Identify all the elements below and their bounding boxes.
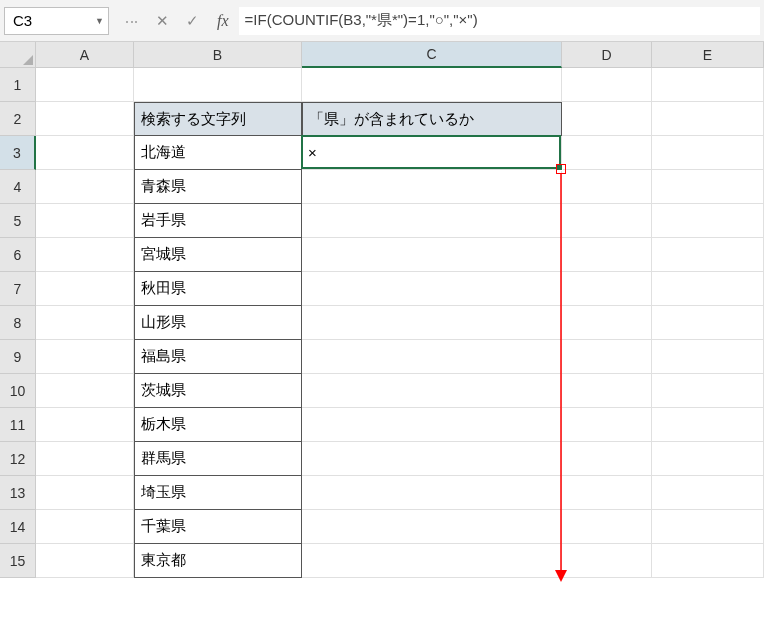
- fx-icon[interactable]: fx: [217, 12, 229, 30]
- cell-A9[interactable]: [36, 340, 134, 374]
- col-header-E[interactable]: E: [652, 42, 764, 68]
- cell-C8[interactable]: [302, 306, 562, 340]
- row-header-1[interactable]: 1: [0, 68, 36, 102]
- cell-E8[interactable]: [652, 306, 764, 340]
- cell-D5[interactable]: [562, 204, 652, 238]
- cell-C1[interactable]: [302, 68, 562, 102]
- col-header-A[interactable]: A: [36, 42, 134, 68]
- cell-E10[interactable]: [652, 374, 764, 408]
- cell-A13[interactable]: [36, 476, 134, 510]
- cell-B10[interactable]: 茨城県: [134, 374, 302, 408]
- cell-C5[interactable]: [302, 204, 562, 238]
- cell-A4[interactable]: [36, 170, 134, 204]
- cell-A2[interactable]: [36, 102, 134, 136]
- cell-C3[interactable]: ×: [302, 136, 562, 170]
- cell-C7[interactable]: [302, 272, 562, 306]
- cell-B13[interactable]: 埼玉県: [134, 476, 302, 510]
- cell-C2[interactable]: 「県」が含まれているか: [302, 102, 562, 136]
- cell-B7[interactable]: 秋田県: [134, 272, 302, 306]
- cell-D9[interactable]: [562, 340, 652, 374]
- cell-C4[interactable]: [302, 170, 562, 204]
- row-header-8[interactable]: 8: [0, 306, 36, 340]
- cell-E5[interactable]: [652, 204, 764, 238]
- row-header-2[interactable]: 2: [0, 102, 36, 136]
- cell-D13[interactable]: [562, 476, 652, 510]
- col-header-C[interactable]: C: [302, 42, 562, 68]
- cell-E2[interactable]: [652, 102, 764, 136]
- cell-C14[interactable]: [302, 510, 562, 544]
- cell-E3[interactable]: [652, 136, 764, 170]
- row-header-3[interactable]: 3: [0, 136, 36, 170]
- col-header-B[interactable]: B: [134, 42, 302, 68]
- cell-A7[interactable]: [36, 272, 134, 306]
- cell-C11[interactable]: [302, 408, 562, 442]
- cell-E15[interactable]: [652, 544, 764, 578]
- cell-D12[interactable]: [562, 442, 652, 476]
- cell-B4[interactable]: 青森県: [134, 170, 302, 204]
- cell-A6[interactable]: [36, 238, 134, 272]
- cell-A1[interactable]: [36, 68, 134, 102]
- cell-A10[interactable]: [36, 374, 134, 408]
- row-header-5[interactable]: 5: [0, 204, 36, 238]
- cell-A3[interactable]: [36, 136, 134, 170]
- cell-D11[interactable]: [562, 408, 652, 442]
- select-all-corner[interactable]: [0, 42, 36, 68]
- name-box-wrapper[interactable]: ▼: [4, 7, 109, 35]
- cell-D8[interactable]: [562, 306, 652, 340]
- cell-D6[interactable]: [562, 238, 652, 272]
- cell-B12[interactable]: 群馬県: [134, 442, 302, 476]
- row-header-7[interactable]: 7: [0, 272, 36, 306]
- cell-D15[interactable]: [562, 544, 652, 578]
- cell-B3[interactable]: 北海道: [134, 136, 302, 170]
- row-header-9[interactable]: 9: [0, 340, 36, 374]
- cell-B14[interactable]: 千葉県: [134, 510, 302, 544]
- cell-E4[interactable]: [652, 170, 764, 204]
- cell-A8[interactable]: [36, 306, 134, 340]
- col-header-D[interactable]: D: [562, 42, 652, 68]
- cell-D3[interactable]: [562, 136, 652, 170]
- cell-E6[interactable]: [652, 238, 764, 272]
- cell-grid[interactable]: ABCDE12検索する文字列「県」が含まれているか3北海道×4青森県5岩手県6宮…: [0, 42, 764, 578]
- cell-B8[interactable]: 山形県: [134, 306, 302, 340]
- cell-D2[interactable]: [562, 102, 652, 136]
- cell-B2[interactable]: 検索する文字列: [134, 102, 302, 136]
- cell-C6[interactable]: [302, 238, 562, 272]
- cell-D7[interactable]: [562, 272, 652, 306]
- cell-E7[interactable]: [652, 272, 764, 306]
- name-box[interactable]: [13, 12, 83, 29]
- cell-B15[interactable]: 東京都: [134, 544, 302, 578]
- cell-C13[interactable]: [302, 476, 562, 510]
- cell-D14[interactable]: [562, 510, 652, 544]
- row-header-10[interactable]: 10: [0, 374, 36, 408]
- row-header-13[interactable]: 13: [0, 476, 36, 510]
- cell-C12[interactable]: [302, 442, 562, 476]
- row-header-12[interactable]: 12: [0, 442, 36, 476]
- cell-E11[interactable]: [652, 408, 764, 442]
- cell-C10[interactable]: [302, 374, 562, 408]
- cell-A11[interactable]: [36, 408, 134, 442]
- row-header-14[interactable]: 14: [0, 510, 36, 544]
- cell-B11[interactable]: 栃木県: [134, 408, 302, 442]
- cell-D10[interactable]: [562, 374, 652, 408]
- row-header-6[interactable]: 6: [0, 238, 36, 272]
- cell-E12[interactable]: [652, 442, 764, 476]
- cell-C15[interactable]: [302, 544, 562, 578]
- cell-A12[interactable]: [36, 442, 134, 476]
- row-header-4[interactable]: 4: [0, 170, 36, 204]
- cell-A15[interactable]: [36, 544, 134, 578]
- cell-E14[interactable]: [652, 510, 764, 544]
- cell-B1[interactable]: [134, 68, 302, 102]
- cell-A14[interactable]: [36, 510, 134, 544]
- cell-B6[interactable]: 宮城県: [134, 238, 302, 272]
- cell-C9[interactable]: [302, 340, 562, 374]
- chevron-down-icon[interactable]: ▼: [95, 16, 104, 26]
- cell-D4[interactable]: [562, 170, 652, 204]
- row-header-11[interactable]: 11: [0, 408, 36, 442]
- row-header-15[interactable]: 15: [0, 544, 36, 578]
- cell-E9[interactable]: [652, 340, 764, 374]
- cell-A5[interactable]: [36, 204, 134, 238]
- cell-B5[interactable]: 岩手県: [134, 204, 302, 238]
- cancel-icon[interactable]: ✕: [147, 7, 177, 35]
- cell-E13[interactable]: [652, 476, 764, 510]
- formula-bar[interactable]: [239, 7, 760, 35]
